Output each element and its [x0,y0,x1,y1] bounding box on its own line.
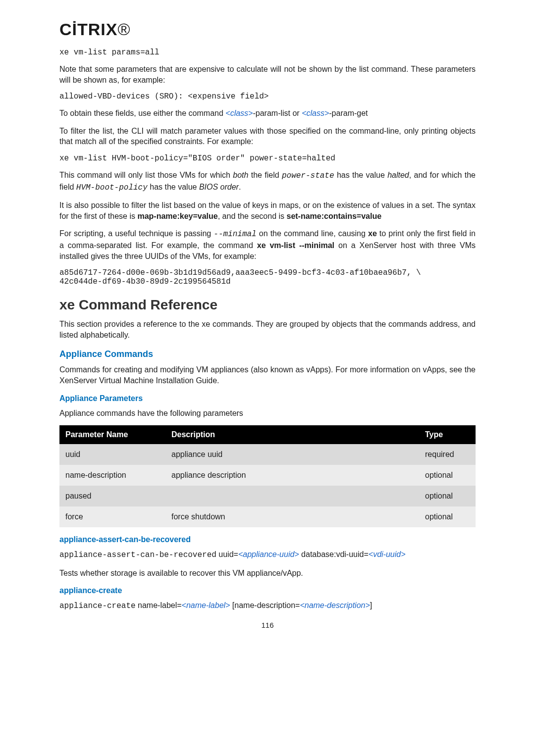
class-link[interactable]: <class> [302,109,329,117]
text: This command will only list those VMs fo… [59,171,233,179]
arg-link[interactable]: <name-description> [300,601,370,609]
text-bold: set-name:contains=value [286,212,381,220]
table-row: uuid appliance uuid required [59,444,476,465]
command-name: appliance-create [59,602,136,610]
text-bold: xe [368,229,377,238]
text: database:vdi-uuid= [299,550,369,558]
code-inline: power-state [282,171,334,180]
text-bold: xe vm-list --minimal [257,241,334,250]
cell: appliance uuid [165,444,419,465]
command-line: appliance-create name-label=<name-label>… [59,600,476,612]
heading-command-reference: xe Command Reference [59,297,476,313]
page-number: 116 [59,621,476,629]
col-type: Type [419,425,476,444]
command-name: appliance-assert-can-be-recovered [59,551,216,559]
text: the field [248,171,282,179]
cell: required [419,444,476,465]
text: uuid= [216,550,238,558]
cell: optional [419,465,476,486]
text: -param-list or [253,109,302,117]
cell: appliance description [165,465,419,486]
cell [165,486,419,506]
arg-link[interactable]: <vdi-uuid> [369,550,406,558]
text: has the value [148,183,199,191]
citrix-logo: CİTRIX® [59,20,476,39]
class-link[interactable]: <class> [225,109,253,117]
text: , and the second is [218,212,287,220]
code-block: xe vm-list HVM-boot-policy="BIOS order" … [59,154,476,163]
cell: force shutdown [165,506,419,527]
cell: uuid [59,444,165,465]
text: To obtain these fields, use either the c… [59,109,225,117]
arg-link[interactable]: <name-label> [182,601,230,609]
text: has the value [334,171,388,179]
table-row: paused optional [59,486,476,506]
paragraph: To filter the list, the CLI will match p… [59,126,476,147]
logo-dot: ® [117,20,130,39]
command-line: appliance-assert-can-be-recovered uuid=<… [59,549,476,561]
cell: name-description [59,465,165,486]
cell: paused [59,486,165,506]
code-block: a85d6717-7264-d00e-069b-3b1d19d56ad9,aaa… [59,268,476,286]
paragraph: For scripting, a useful technique is pas… [59,228,476,261]
paragraph: This command will only list those VMs fo… [59,170,476,193]
text-bold: map-name:key=value [137,212,217,220]
code-block: allowed-VBD-devices (SRO): <expensive fi… [59,92,476,101]
paragraph: This section provides a reference to the… [59,319,476,340]
code-inline: --minimal [214,230,256,239]
text-italic: halted [387,171,409,179]
heading-appliance-parameters: Appliance Parameters [59,394,476,403]
heading-appliance-assert: appliance-assert-can-be-recovered [59,535,476,544]
paragraph: Commands for creating and modifying VM a… [59,364,476,386]
table-row: name-description appliance description o… [59,465,476,486]
paragraph: Tests whether storage is available to re… [59,568,476,579]
cell: optional [419,486,476,506]
text-italic: BIOS order [199,183,239,191]
paragraph: Appliance commands have the following pa… [59,408,476,419]
text: -param-get [329,109,368,117]
code-inline: HVM-boot-policy [76,183,148,192]
code-block: xe vm-list params=all [59,48,476,57]
text: on the command line, causing [257,229,368,238]
table-row: force force shutdown optional [59,506,476,527]
heading-appliance-commands: Appliance Commands [59,349,476,359]
arg-link[interactable]: <appliance-uuid> [238,550,299,558]
page: CİTRIX® xe vm-list params=all Note that … [0,0,535,756]
table-header-row: Parameter Name Description Type [59,425,476,444]
text: ] [370,601,372,609]
paragraph: It is also possible to filter the list b… [59,200,476,221]
paragraph: Note that some parameters that are expen… [59,64,476,85]
text: name-label= [136,601,182,609]
cell: force [59,506,165,527]
cell: optional [419,506,476,527]
text: . [239,183,241,191]
text: For scripting, a useful technique is pas… [59,229,214,238]
parameter-table: Parameter Name Description Type uuid app… [59,425,476,527]
logo-text: CİTRIX [59,20,117,39]
col-parameter-name: Parameter Name [59,425,165,444]
text: [name-description= [230,601,300,609]
heading-appliance-create: appliance-create [59,586,476,595]
col-description: Description [165,425,419,444]
paragraph: To obtain these fields, use either the c… [59,108,476,119]
text-italic: both [233,171,248,179]
